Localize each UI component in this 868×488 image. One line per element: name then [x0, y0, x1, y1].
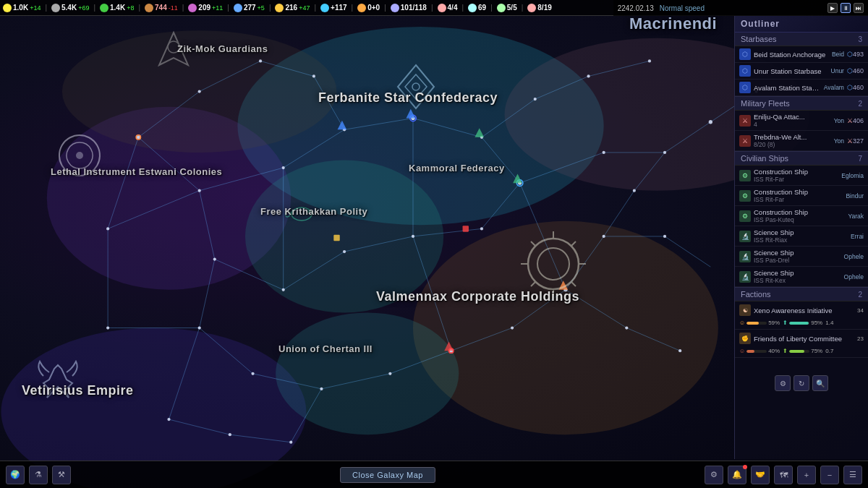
starbase-icon-beid: ⬡	[739, 48, 751, 60]
svg-point-72	[388, 372, 391, 375]
starbase-item-beid[interactable]: ⬡ Beid Station Anchorage Beid ⬡493	[735, 46, 868, 63]
svg-point-111	[307, 210, 310, 213]
fleet-icon-enilju: ⚔	[739, 115, 751, 127]
liberty-support-track	[789, 350, 809, 353]
ship-item-construction-1[interactable]: ⚙ Construction Ship ISS Rit-Far Eglomia	[735, 166, 868, 186]
starbase-val-avalam: ⬡460	[847, 84, 864, 91]
military-section-header[interactable]: Military Fleets 2	[735, 97, 868, 111]
close-map-button[interactable]: Close Galaxy Map	[340, 467, 435, 483]
date-value: 2242.02.13	[618, 4, 654, 12]
svg-point-109	[76, 152, 83, 159]
play-button[interactable]: ▶	[827, 3, 838, 13]
starbases-label: Starbases	[741, 35, 777, 43]
svg-line-17	[344, 236, 413, 252]
faction-name-xeno: Xeno Awareness Initiative	[754, 307, 854, 314]
admin-value: 4/4	[448, 4, 458, 12]
svg-line-9	[200, 168, 284, 191]
svg-point-91	[678, 349, 681, 352]
ship-sub-science-3: ISS Rit-Kex	[754, 277, 841, 284]
svg-point-64	[213, 257, 216, 260]
map-mode-button[interactable]: 🗺	[774, 466, 793, 484]
science-icon	[320, 4, 329, 12]
minerals-delta: +69	[78, 4, 89, 12]
fleet-val-trebdna: ⚔327	[847, 137, 864, 145]
ship-icon-science-2: 🔬	[739, 251, 751, 262]
svg-point-93	[534, 98, 537, 100]
svg-point-71	[320, 388, 323, 390]
svg-point-6	[276, 312, 459, 435]
factions-section-header[interactable]: Factions 2	[735, 288, 868, 301]
ship-sub-construction-2: ISS Rit-Far	[754, 196, 843, 203]
starbase-item-avalam[interactable]: ⬡ Avalam Station Starbase Avalam ⬡460	[735, 80, 868, 96]
outliner-settings-btn[interactable]: ⚙	[775, 375, 791, 391]
svg-line-23	[321, 374, 390, 389]
unity-icon	[275, 4, 284, 12]
alloys-icon	[145, 4, 153, 12]
ship-name-construction-2: Construction Ship	[754, 188, 843, 196]
fast-forward-button[interactable]: ⏭	[854, 3, 864, 13]
svg-line-12	[413, 118, 482, 137]
energy-icon	[3, 4, 12, 12]
alloys-value: 744	[155, 4, 167, 12]
svg-line-41	[108, 137, 138, 229]
research-button[interactable]: ⚗	[29, 466, 48, 484]
ship-item-construction-2[interactable]: ⚙ Construction Ship ISS Rit-Far Bindur	[735, 186, 868, 206]
starbases-section-header[interactable]: Starbases 3	[735, 33, 868, 46]
svg-point-84	[312, 74, 315, 77]
starbase-loc-avalam: Avalam	[824, 84, 844, 91]
faction-item-xeno[interactable]: ☯ Xeno Awareness Initiative 34 ☺ 59% ⬆ 9…	[735, 301, 868, 330]
sprawl-value: 8/19	[537, 4, 551, 12]
fleet-loc-enilju: Yon	[834, 117, 844, 124]
svg-point-82	[106, 227, 109, 230]
zoom-in-button[interactable]: +	[797, 466, 816, 484]
ship-item-science-2[interactable]: 🔬 Science Ship ISS Pas-Drel Ophele	[735, 247, 868, 267]
starbase-item-unur[interactable]: ⬡ Unur Station Starbase Unur ⬡460	[735, 63, 868, 80]
svg-point-78	[663, 151, 666, 154]
svg-marker-100	[338, 121, 347, 130]
outliner-refresh-btn[interactable]: ↻	[793, 375, 809, 391]
svg-point-94	[587, 74, 590, 77]
influence-value: 277	[244, 4, 256, 12]
notifications-button[interactable]: 🔔	[728, 466, 746, 484]
fleet-item-enilju[interactable]: ⚔ Enilju-Qa Attac... 4 Yon ⚔406	[735, 111, 868, 131]
svg-point-89	[603, 151, 605, 154]
svg-line-15	[215, 260, 284, 290]
starbase-val-unur: ⬡460	[847, 67, 864, 74]
svg-line-20	[200, 260, 215, 328]
svg-line-38	[108, 191, 200, 229]
svg-point-58	[198, 189, 201, 192]
build-button[interactable]: ⚒	[52, 466, 71, 484]
settings-button[interactable]: ⚙	[705, 466, 723, 484]
svg-line-14	[200, 191, 215, 260]
pause-button[interactable]: ⏸	[841, 3, 851, 13]
bottom-bar: 🌍 ⚗ ⚒ Close Galaxy Map ⚙ 🔔 🤝 🗺 + − ☰	[0, 461, 868, 488]
diplomacy-button[interactable]: 🤝	[751, 466, 770, 484]
fleet-item-trebdna[interactable]: ⚔ Trebdna-We Alt... 8/20 (8) Yon ⚔327	[735, 131, 868, 151]
ship-icon-construction-3: ⚙	[739, 210, 751, 222]
science-resource: +117	[320, 4, 347, 12]
svg-line-16	[284, 252, 344, 290]
planets-button[interactable]: 🌍	[6, 466, 25, 484]
ship-icon-science-1: 🔬	[739, 231, 751, 242]
ship-item-science-3[interactable]: 🔬 Science Ship ISS Rit-Kex Ophele	[735, 267, 868, 287]
ship-item-science-1[interactable]: 🔬 Science Ship ISS Rit-Riax Errai	[735, 226, 868, 247]
food-value: 1.4K	[110, 4, 125, 12]
xeno-support-fill	[789, 322, 809, 325]
outliner-panel: Outliner Starbases 3 ⬡ Beid Station Anch…	[734, 16, 868, 459]
alloys-resource: 744 -11	[145, 4, 178, 12]
consumer-icon	[188, 4, 197, 12]
outliner-zoom-btn[interactable]: 🔍	[812, 375, 828, 391]
civilian-section-header[interactable]: Civilian Ships 7	[735, 152, 868, 166]
faction-item-liberty[interactable]: ✊ Friends of Liberty Committee 23 ☺ 40% …	[735, 330, 868, 358]
influence-icon	[234, 4, 242, 12]
ship-icon-construction-2: ⚙	[739, 190, 751, 202]
starbase-loc-beid: Beid	[832, 51, 844, 58]
xeno-support-track	[789, 322, 809, 325]
svg-point-2	[245, 160, 443, 312]
menu-button[interactable]: ☰	[843, 466, 862, 484]
ship-sub-science-2: ISS Pas-Drel	[754, 257, 841, 264]
zoom-out-button[interactable]: −	[820, 466, 839, 484]
ship-item-construction-3[interactable]: ⚙ Construction Ship ISS Pas-Kuteq Yarak	[735, 206, 868, 226]
minerals-resource: 5.4K +69	[51, 4, 89, 12]
starbases-count: 3	[858, 35, 862, 43]
